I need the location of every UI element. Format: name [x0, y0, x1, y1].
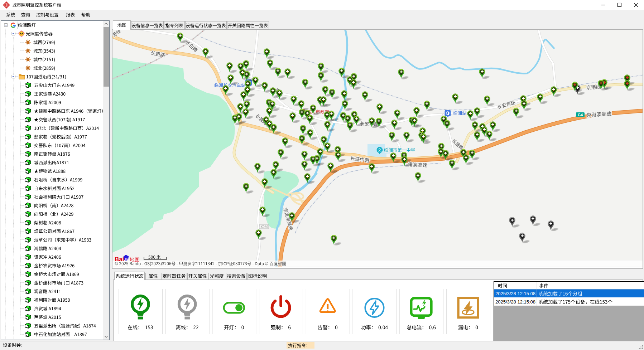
svg-text:2025/3/28 12:15:08: 2025/3/28 12:15:08	[495, 299, 535, 305]
svg-text:du: du	[125, 257, 129, 261]
svg-text:G4: G4	[578, 113, 583, 117]
svg-text:2025/3/28 12:15:08: 2025/3/28 12:15:08	[495, 291, 535, 296]
